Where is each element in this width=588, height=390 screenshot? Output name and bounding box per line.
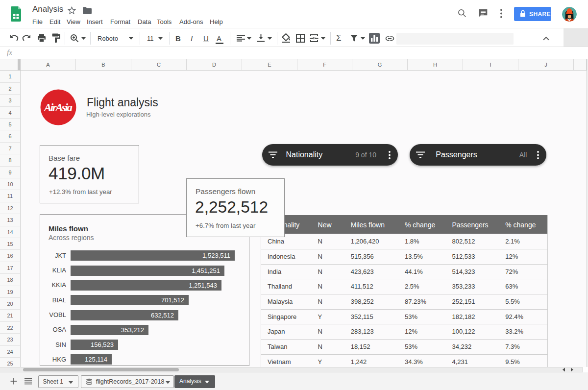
- svg-text:AirAsia: AirAsia: [43, 101, 73, 114]
